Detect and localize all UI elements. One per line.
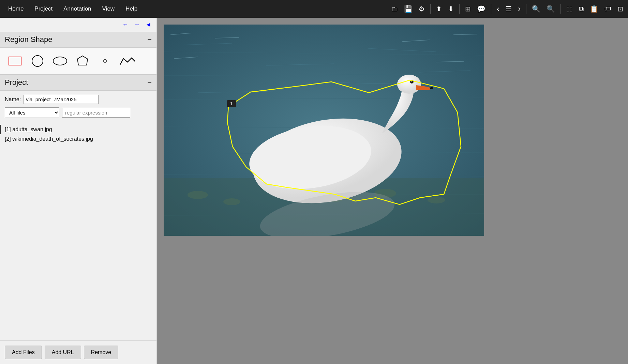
grid-icon[interactable]: ⊞ (463, 3, 473, 14)
circle-tool[interactable] (29, 54, 46, 68)
save-icon[interactable]: 💾 (402, 3, 415, 14)
project-collapse[interactable]: − (147, 79, 152, 86)
menu-help[interactable]: Help (120, 3, 143, 14)
image-container: 1 (164, 25, 484, 237)
zoom-out-icon[interactable]: 🔍 (544, 3, 557, 14)
menu-bar: Home Project Annotation View Help 🗀 💾 ⚙ … (0, 0, 628, 18)
next-icon[interactable]: › (516, 3, 523, 15)
file-item-1-label: [1] adutta_swan.jpg (5, 126, 52, 133)
select-region-icon[interactable]: ⬚ (564, 3, 575, 14)
shape-tools (0, 48, 156, 75)
filter-input[interactable] (62, 108, 130, 118)
region-shape-title: Region Shape (5, 35, 52, 44)
prev-icon[interactable]: ‹ (495, 3, 502, 15)
tag-icon[interactable]: 🏷 (602, 4, 613, 14)
nav-right-button[interactable]: → (132, 20, 141, 29)
polygon-tool[interactable] (74, 54, 91, 68)
file-item-2[interactable]: [2] wikimedia_death_of_socrates.jpg (0, 134, 156, 144)
remove-button[interactable]: Remove (84, 346, 119, 359)
svg-point-25 (397, 75, 421, 94)
nav-row: ← → ◄ (0, 18, 156, 32)
name-label: Name: (5, 96, 21, 103)
project-section: Project − Name: All filesFiles with regi… (0, 75, 156, 340)
menu-view[interactable]: View (97, 3, 120, 14)
svg-point-18 (223, 198, 240, 205)
zoom-in-icon[interactable]: 🔍 (530, 3, 542, 14)
nav-left-button[interactable]: ← (120, 20, 130, 29)
region-shape-header: Region Shape − (0, 32, 156, 48)
project-body: Name: All filesFiles with regionsFiles w… (0, 91, 156, 122)
polyline-tool[interactable] (119, 54, 136, 68)
add-url-button[interactable]: Add URL (45, 346, 81, 359)
project-title: Project (5, 78, 28, 87)
settings-icon[interactable]: ⚙ (417, 3, 427, 14)
canvas-area[interactable]: 1 (157, 18, 628, 364)
toolbar-icons: 🗀 💾 ⚙ ⬆ ⬇ ⊞ 💬 ‹ ☰ › 🔍 🔍 ⬚ ⧉ 📋 🏷 ⊡ (389, 3, 625, 15)
name-row: Name: (5, 95, 152, 104)
region-shape-collapse[interactable]: − (147, 36, 152, 43)
annotation-label: 1 (230, 101, 233, 106)
download-icon[interactable]: ⬇ (446, 3, 456, 14)
svg-rect-26 (430, 87, 433, 89)
copy-icon[interactable]: ⧉ (577, 4, 586, 14)
ellipse-tool[interactable] (52, 54, 68, 68)
menu-annotation[interactable]: Annotation (58, 3, 96, 14)
list-icon[interactable]: ☰ (504, 3, 514, 14)
point-tool[interactable] (97, 54, 113, 68)
main-content: ← → ◄ Region Shape − (0, 18, 628, 364)
name-input[interactable] (24, 95, 99, 104)
file-filter-select[interactable]: All filesFiles with regionsFiles without… (5, 107, 59, 118)
svg-marker-0 (77, 56, 88, 65)
left-panel: ← → ◄ Region Shape − (0, 18, 157, 364)
swan-image: 1 (164, 25, 484, 236)
rectangle-tool[interactable] (7, 54, 23, 68)
extra-icon[interactable]: ⊡ (615, 3, 625, 14)
nav-collapse-button[interactable]: ◄ (144, 20, 153, 29)
file-item-1[interactable]: [1] adutta_swan.jpg (0, 125, 156, 134)
svg-point-17 (188, 191, 208, 199)
clipboard-icon[interactable]: 📋 (588, 3, 600, 14)
menu-project[interactable]: Project (29, 3, 58, 14)
svg-point-22 (428, 197, 445, 203)
folder-icon[interactable]: 🗀 (389, 4, 400, 14)
add-files-button[interactable]: Add Files (5, 346, 42, 359)
bottom-buttons: Add Files Add URL Remove (0, 340, 156, 364)
menu-home[interactable]: Home (3, 3, 29, 14)
project-header: Project − (0, 75, 156, 91)
upload-icon[interactable]: ⬆ (434, 3, 444, 14)
filter-row: All filesFiles with regionsFiles without… (5, 107, 152, 118)
file-list: [1] adutta_swan.jpg [2] wikimedia_death_… (0, 122, 156, 340)
file-item-2-label: [2] wikimedia_death_of_socrates.jpg (5, 136, 93, 142)
comment-icon[interactable]: 💬 (475, 3, 488, 14)
